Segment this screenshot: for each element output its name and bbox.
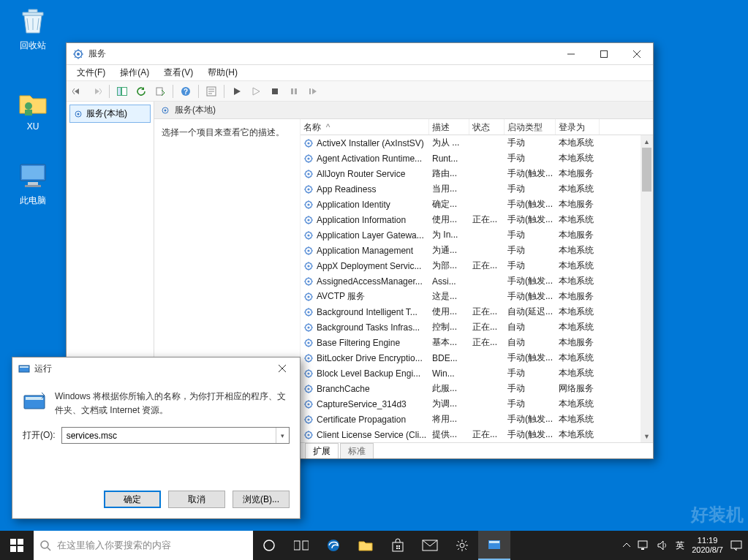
back-button[interactable] bbox=[69, 83, 86, 99]
taskbar-services-icon[interactable] bbox=[478, 531, 510, 560]
service-row[interactable]: Certificate Propagation将用...手动(触发...本地系统 bbox=[301, 412, 653, 427]
svg-point-32 bbox=[307, 203, 309, 205]
minimize-button[interactable] bbox=[554, 43, 587, 65]
service-row[interactable]: ActiveX Installer (AxInstSV)为从 ...手动本地系统 bbox=[301, 135, 653, 151]
maximize-button[interactable] bbox=[587, 43, 620, 65]
scroll-up-button[interactable]: ▲ bbox=[641, 135, 653, 148]
refresh-button[interactable] bbox=[133, 83, 149, 99]
taskbar-mail-icon[interactable] bbox=[414, 531, 446, 560]
service-row[interactable]: Application Information使用...正在...手动(触发..… bbox=[301, 212, 653, 227]
service-gear-icon bbox=[303, 399, 314, 409]
pause-service-button[interactable] bbox=[286, 83, 302, 99]
properties-button[interactable] bbox=[203, 83, 219, 99]
tray-volume-icon[interactable] bbox=[657, 540, 668, 550]
service-row[interactable]: Base Filtering Engine基本...正在...自动本地服务 bbox=[301, 335, 653, 350]
tray-overflow-icon[interactable] bbox=[623, 542, 630, 548]
menu-action[interactable]: 操作(A) bbox=[113, 65, 156, 80]
run-cancel-button[interactable]: 取消 bbox=[168, 491, 225, 508]
col-desc[interactable]: 描述 bbox=[429, 119, 469, 135]
export-button[interactable] bbox=[152, 83, 168, 99]
services-titlebar[interactable]: 服务 bbox=[67, 43, 653, 65]
run-titlebar[interactable]: 运行 bbox=[12, 357, 300, 379]
svg-rect-18 bbox=[309, 88, 311, 94]
service-row[interactable]: App Readiness当用...手动本地系统 bbox=[301, 181, 653, 197]
svg-point-62 bbox=[307, 434, 309, 436]
cortana-button[interactable] bbox=[253, 531, 285, 560]
desktop-icon-recycle-bin[interactable]: 回收站 bbox=[7, 6, 58, 52]
service-gear-icon bbox=[303, 353, 314, 363]
run-dropdown-button[interactable]: ▾ bbox=[276, 428, 289, 443]
service-row[interactable]: AVCTP 服务这是...手动(触发...本地服务 bbox=[301, 289, 653, 304]
col-logon[interactable]: 登录为 bbox=[556, 119, 600, 135]
action-center-icon[interactable] bbox=[730, 540, 742, 551]
col-start[interactable]: 启动类型 bbox=[505, 119, 556, 135]
desktop-icon-this-pc[interactable]: 此电脑 bbox=[7, 161, 58, 207]
service-row[interactable]: AppX Deployment Servic...为部...正在...手动本地系… bbox=[301, 258, 653, 273]
service-row[interactable]: Background Intelligent T...使用...正在...自动(… bbox=[301, 304, 653, 319]
start-button[interactable] bbox=[0, 531, 34, 560]
svg-rect-11 bbox=[156, 88, 162, 95]
tray-ime[interactable]: 英 bbox=[676, 540, 684, 552]
task-view-button[interactable] bbox=[285, 531, 317, 560]
svg-rect-1 bbox=[25, 110, 32, 116]
services-title-text: 服务 bbox=[88, 48, 106, 60]
taskbar-settings-icon[interactable] bbox=[446, 531, 478, 560]
taskbar-explorer-icon[interactable] bbox=[350, 531, 382, 560]
run-close-button[interactable] bbox=[271, 358, 294, 379]
tab-standard[interactable]: 标准 bbox=[340, 443, 374, 458]
scroll-down-button[interactable]: ▼ bbox=[641, 430, 653, 442]
run-browse-button[interactable]: 浏览(B)... bbox=[233, 491, 290, 508]
tab-extended[interactable]: 扩展 bbox=[305, 443, 339, 458]
taskbar-store-icon[interactable] bbox=[382, 531, 414, 560]
service-row[interactable]: Application Management为通...手动本地系统 bbox=[301, 243, 653, 258]
desktop-icon-user-folder[interactable]: XU bbox=[7, 88, 58, 132]
clock-time: 11:19 bbox=[692, 536, 723, 545]
restart-service-button[interactable] bbox=[305, 83, 321, 99]
svg-point-30 bbox=[307, 188, 309, 190]
forward-button[interactable] bbox=[88, 83, 105, 99]
start-service-button[interactable] bbox=[229, 83, 245, 99]
service-row[interactable]: BitLocker Drive Encryptio...BDE...手动(触发.… bbox=[301, 350, 653, 366]
menu-file[interactable]: 文件(F) bbox=[69, 65, 113, 80]
svg-point-7 bbox=[77, 53, 80, 56]
tray-network-icon[interactable] bbox=[638, 540, 649, 550]
taskbar-edge-icon[interactable] bbox=[317, 531, 350, 560]
service-row[interactable]: Background Tasks Infras...控制...正在...自动本地… bbox=[301, 319, 653, 335]
service-row[interactable]: Agent Activation Runtime...Runt...手动本地系统 bbox=[301, 151, 653, 166]
run-title-text: 运行 bbox=[34, 363, 52, 375]
svg-point-56 bbox=[307, 387, 309, 390]
svg-point-36 bbox=[307, 234, 309, 236]
svg-point-60 bbox=[307, 418, 309, 420]
service-row[interactable]: Client License Service (Cli...提供...正在...… bbox=[301, 427, 653, 442]
svg-rect-87 bbox=[731, 541, 741, 548]
service-row[interactable]: CaptureService_314d3为调...手动本地系统 bbox=[301, 396, 653, 412]
menu-help[interactable]: 帮助(H) bbox=[200, 65, 245, 80]
svg-rect-5 bbox=[25, 185, 41, 187]
service-row[interactable]: Block Level Backup Engi...Win...手动本地系统 bbox=[301, 366, 653, 381]
service-gear-icon bbox=[303, 261, 314, 271]
run-ok-button[interactable]: 确定 bbox=[104, 491, 161, 508]
tree-item-local-services[interactable]: 服务(本地) bbox=[69, 105, 151, 123]
help-button[interactable]: ? bbox=[178, 83, 194, 99]
service-row[interactable]: BranchCache此服...手动网络服务 bbox=[301, 381, 653, 396]
service-gear-icon bbox=[303, 138, 314, 148]
run-combobox[interactable]: ▾ bbox=[61, 427, 290, 444]
taskbar-clock[interactable]: 11:19 2020/8/7 bbox=[692, 536, 723, 555]
service-row[interactable]: AssignedAccessManager...Assi...手动(触发...本… bbox=[301, 273, 653, 289]
taskbar-search[interactable]: 在这里输入你要搜索的内容 bbox=[34, 531, 253, 560]
scroll-thumb[interactable] bbox=[642, 148, 651, 192]
svg-rect-66 bbox=[26, 397, 43, 400]
stop-service-button[interactable] bbox=[267, 83, 283, 99]
service-row[interactable]: Application Layer Gatewa...为 In...手动本地服务 bbox=[301, 227, 653, 243]
scrollbar-vertical[interactable]: ▲ ▼ bbox=[641, 135, 653, 442]
start-service-alt-button[interactable] bbox=[248, 83, 264, 99]
col-name[interactable]: 名称 ^ bbox=[301, 119, 429, 135]
col-state[interactable]: 状态 bbox=[469, 119, 505, 135]
close-button[interactable] bbox=[620, 43, 653, 65]
show-hide-tree-button[interactable] bbox=[114, 83, 130, 99]
run-input[interactable] bbox=[62, 428, 276, 443]
service-row[interactable]: AllJoyn Router Service路由...手动(触发...本地服务 bbox=[301, 166, 653, 181]
svg-rect-73 bbox=[294, 541, 300, 550]
menu-view[interactable]: 查看(V) bbox=[156, 65, 200, 80]
service-row[interactable]: Application Identity确定...手动(触发...本地服务 bbox=[301, 197, 653, 212]
